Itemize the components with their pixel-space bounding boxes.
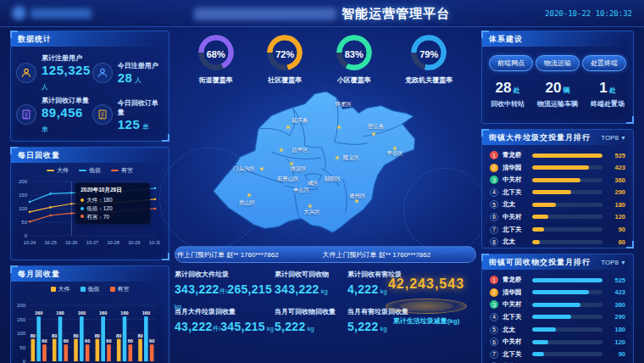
coverage-gauges: 68%街道覆盖率72%社区覆盖率83%小区覆盖率79%党政机关覆盖率 bbox=[175, 31, 476, 85]
svg-text:80: 80 bbox=[31, 333, 36, 338]
rank-name: 青龙桥 bbox=[502, 151, 528, 159]
rank-badge: 2 bbox=[490, 164, 498, 172]
svg-text:200: 200 bbox=[19, 179, 28, 184]
rank-badge: 4 bbox=[490, 313, 498, 321]
map-svg[interactable] bbox=[186, 86, 465, 243]
rank-row: 1青龙桥525 bbox=[490, 151, 625, 159]
stat-unit: kg bbox=[319, 288, 328, 295]
legend-marker bbox=[80, 287, 86, 292]
system-stat-unit: 处 bbox=[608, 87, 616, 94]
district-label: 昌平区 bbox=[291, 147, 308, 154]
center-stat-label: 累计回收大件垃圾 bbox=[175, 270, 275, 279]
rank-row: 2清华园423 bbox=[490, 164, 625, 172]
tab-物流运输[interactable]: 物流运输 bbox=[536, 55, 580, 71]
center-stat-value: 343,222 kg bbox=[275, 282, 347, 297]
rank-bar-track bbox=[532, 215, 602, 219]
stat-number: 4,222 bbox=[347, 282, 379, 296]
rank-bar-fill bbox=[532, 215, 548, 219]
gauge-街道覆盖率: 68%街道覆盖率 bbox=[198, 32, 234, 85]
rank-value: 290 bbox=[607, 313, 625, 321]
svg-text:100: 100 bbox=[17, 331, 26, 336]
stat-item: 今日回收订单量125 单 bbox=[92, 96, 164, 135]
rank-badge: 4 bbox=[490, 188, 498, 197]
legend-item-低值[interactable]: 低值 bbox=[79, 166, 101, 175]
gauge-ring-wrap: 72% bbox=[267, 32, 303, 70]
stat-text: 今日回收订单量125 单 bbox=[118, 98, 164, 131]
rank-row: 5北太180 bbox=[490, 200, 625, 209]
center-stat-value: 5,222 kg bbox=[275, 319, 347, 334]
rank-bar-track bbox=[532, 203, 602, 207]
total-reduction-label: 累计生活垃圾减量(kg) bbox=[376, 316, 476, 326]
tooltip-date: 2020年10月26日 bbox=[80, 187, 145, 194]
rank-value: 525 bbox=[607, 152, 625, 159]
rank-bar-fill bbox=[532, 303, 580, 307]
legend-item-有害[interactable]: 有害 bbox=[110, 285, 130, 293]
rank-row: 8北太60 bbox=[490, 237, 625, 246]
rank-bar-track bbox=[532, 278, 602, 282]
legend-marker bbox=[110, 287, 115, 292]
rank-bar-track bbox=[532, 190, 602, 194]
legend-item-大件[interactable]: 大件 bbox=[51, 285, 70, 293]
panel-daily-chart: 每日回收量 大件低值有害 05010015020010-2410-2510-26… bbox=[10, 147, 169, 260]
rank-list-recyclable: 1青龙桥5252清华园4233中关村3604北下关2905北太1806中关村12… bbox=[482, 270, 633, 363]
stat-unit: kg bbox=[379, 325, 387, 332]
site-dot bbox=[355, 200, 358, 203]
tab-前端网点[interactable]: 前端网点 bbox=[489, 55, 533, 71]
center-stat-label: 当月大件垃圾回收量 bbox=[175, 307, 275, 316]
logo-icon bbox=[12, 6, 26, 20]
tab-处置终端[interactable]: 处置终端 bbox=[582, 55, 626, 71]
district-label: 通州区 bbox=[349, 192, 366, 199]
rank-name: 中关村 bbox=[502, 300, 528, 309]
title-masked-segment bbox=[194, 8, 336, 20]
panel-title: 每日回收量 bbox=[18, 150, 60, 161]
stat-number: 343,222 bbox=[275, 282, 319, 296]
rank-bar-track bbox=[532, 303, 602, 307]
site-dot bbox=[291, 163, 293, 165]
legend-item-大件[interactable]: 大件 bbox=[47, 166, 69, 175]
rank-bar-track bbox=[532, 227, 602, 232]
svg-text:100: 100 bbox=[19, 206, 28, 211]
stat-unit: 件/ bbox=[213, 325, 221, 332]
rank-row: 4北下关290 bbox=[490, 313, 625, 321]
monthly-bar-chart: 0501001502002020058016060202006801606020… bbox=[11, 293, 169, 363]
rank-bar-fill bbox=[532, 178, 580, 182]
tooltip-dot bbox=[80, 215, 84, 218]
top8-dropdown[interactable]: TOP8 ▼ bbox=[601, 259, 626, 266]
rank-value: 290 bbox=[607, 188, 625, 196]
svg-text:0: 0 bbox=[23, 359, 26, 363]
page-title: 智能运营管理平台 bbox=[341, 6, 450, 22]
rank-name: 中关村 bbox=[502, 338, 528, 346]
legend-item-有害[interactable]: 有害 bbox=[111, 166, 133, 175]
svg-text:80: 80 bbox=[116, 333, 121, 338]
system-stat: 1 处终端处置场 bbox=[591, 80, 625, 109]
panel-monthly-chart: 每月回收量 大件低值有害 050100150200202005801606020… bbox=[10, 265, 169, 363]
total-reduction: 42,243,543 累计生活垃圾减量(kg) bbox=[376, 276, 476, 326]
rank-value: 120 bbox=[607, 338, 625, 346]
top8-dropdown[interactable]: TOP8 ▼ bbox=[601, 134, 626, 142]
center-stat: 当月可回收物回收量5,222 kg bbox=[275, 307, 347, 344]
stat-value: 125 单 bbox=[118, 117, 164, 131]
center-stat: 当月大件垃圾回收量43,222件/345,215 kg bbox=[175, 307, 275, 344]
stats-grid: 累计注册用户125,325 人今日注册用户28 人累计回收订单量89,456 单… bbox=[11, 47, 169, 141]
rank-value: 423 bbox=[607, 164, 625, 171]
stat-unit: kg bbox=[306, 325, 314, 332]
rank-value: 360 bbox=[607, 176, 625, 184]
panel-title: 街镇可回收物交投量月排行 bbox=[489, 257, 591, 268]
rank-name: 北太 bbox=[502, 237, 528, 246]
svg-text:160: 160 bbox=[78, 310, 86, 316]
stat-label: 今日回收订单量 bbox=[118, 98, 164, 117]
rank-bar-track bbox=[532, 154, 602, 158]
rank-badge: 3 bbox=[490, 176, 498, 184]
tooltip-row: 大件：180 bbox=[80, 196, 145, 204]
legend-label: 大件 bbox=[57, 166, 69, 175]
rank-value: 90 bbox=[607, 226, 625, 233]
rank-bar-track bbox=[532, 178, 602, 182]
beijing-map[interactable]: 怀柔区延庆县密云县昌平区顺义区平谷区门头沟区海淀区石景山区城区朝阳区丰台区房山区… bbox=[175, 85, 476, 244]
daily-legend: 大件低值有害 bbox=[11, 163, 169, 175]
system-tabs: 前端网点物流运输处置终端 bbox=[482, 47, 633, 73]
rank-row: 4北下关290 bbox=[490, 188, 625, 197]
svg-text:80: 80 bbox=[95, 333, 100, 338]
svg-text:160: 160 bbox=[120, 310, 128, 316]
panel-title: 体系建设 bbox=[489, 34, 523, 45]
legend-item-低值[interactable]: 低值 bbox=[80, 285, 100, 293]
